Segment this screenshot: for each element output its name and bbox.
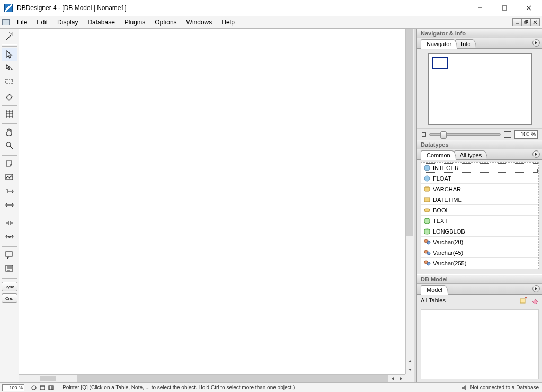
datatype-item[interactable]: Varchar(20) <box>421 237 538 247</box>
zoom-in-icon[interactable] <box>504 131 511 138</box>
datatype-item[interactable]: TEXT <box>421 216 538 226</box>
datatype-item[interactable]: DATETIME <box>421 194 538 205</box>
mini-scroll-thumb[interactable] <box>40 376 56 381</box>
scroll-corner <box>405 374 414 382</box>
zoom-out-icon[interactable] <box>422 132 426 137</box>
tool-rel-1n-a[interactable] <box>2 184 17 198</box>
svg-point-23 <box>32 386 36 390</box>
datatype-label: INTEGER <box>433 165 459 171</box>
tool-note[interactable] <box>2 157 17 171</box>
datatypes-panel-title: Datatypes <box>417 140 542 149</box>
datatype-item[interactable]: LONGBLOB <box>421 226 538 237</box>
canvas-scrollbar-horizontal[interactable] <box>19 374 405 382</box>
datatype-label: BOOL <box>433 207 449 213</box>
hscroll-thumb[interactable] <box>77 375 388 382</box>
zoom-slider-thumb[interactable] <box>440 131 447 139</box>
datatype-label: DATETIME <box>433 197 462 203</box>
sync-button[interactable]: Sync <box>2 282 17 291</box>
tool-image[interactable] <box>2 171 17 184</box>
minimize-button[interactable] <box>468 0 492 16</box>
canvas-scrollbar-vertical[interactable] <box>405 29 414 374</box>
tab-common[interactable]: Common <box>421 150 456 159</box>
tool-move[interactable] <box>2 61 17 75</box>
close-button[interactable] <box>517 0 541 16</box>
tab-navigator[interactable]: Navigator <box>421 39 457 48</box>
svg-point-10 <box>424 176 430 181</box>
tab-alltypes[interactable]: All types <box>454 150 488 159</box>
status-zoom-value[interactable]: 100 % <box>2 384 24 391</box>
navigator-minimap[interactable] <box>428 53 532 125</box>
menu-options[interactable]: Options <box>150 17 181 27</box>
datatype-item[interactable]: Varchar(45) <box>421 247 538 258</box>
scroll-left-button[interactable] <box>388 375 397 382</box>
scroll-right-button[interactable] <box>397 375 405 382</box>
tool-zoom[interactable] <box>2 139 17 153</box>
tool-sql[interactable] <box>2 262 17 275</box>
tool-palette: Sync Cre. <box>0 29 19 382</box>
dbmodel-body: All Tables <box>417 295 542 382</box>
tool-eraser[interactable] <box>2 89 17 103</box>
zoom-value[interactable]: 100 % <box>514 130 538 139</box>
datatype-label: Varchar(20) <box>433 239 463 245</box>
tool-rel-1n-b[interactable] <box>2 198 17 212</box>
tool-hand[interactable] <box>2 125 17 139</box>
tables-list[interactable] <box>421 309 539 379</box>
svg-rect-7 <box>6 252 12 256</box>
panel-rollup-icon[interactable] <box>532 150 540 158</box>
svg-rect-24 <box>40 386 45 390</box>
mdi-restore-button[interactable] <box>521 18 531 26</box>
datatype-label: Varchar(45) <box>433 250 463 256</box>
maximize-button[interactable] <box>492 0 517 16</box>
svg-rect-22 <box>520 299 525 303</box>
menu-display[interactable]: Display <box>53 17 82 27</box>
navigator-body <box>417 49 542 128</box>
scroll-down-button[interactable] <box>406 366 414 374</box>
datatype-list: INTEGER FLOAT VARCHAR DATETIME BOOL TEXT… <box>421 162 539 269</box>
datatype-item[interactable]: BOOL <box>421 205 538 216</box>
svg-rect-0 <box>502 6 507 10</box>
menu-database[interactable]: Database <box>83 17 119 27</box>
status-icons <box>31 385 55 390</box>
svg-point-4 <box>6 142 11 147</box>
menu-help[interactable]: Help <box>217 17 239 27</box>
datatype-item[interactable]: Varchar(255) <box>421 258 538 269</box>
datatype-item[interactable]: INTEGER <box>421 163 538 173</box>
menu-plugins[interactable]: Plugins <box>120 17 149 27</box>
tool-query[interactable] <box>2 248 17 262</box>
datatype-label: VARCHAR <box>433 186 461 192</box>
datatype-item[interactable]: VARCHAR <box>421 184 538 194</box>
datatype-item[interactable]: FLOAT <box>421 173 538 184</box>
zoom-slider[interactable] <box>429 133 501 136</box>
navigator-viewport[interactable] <box>432 57 448 69</box>
mdi-child-icon[interactable] <box>0 16 12 28</box>
status-icon-1[interactable] <box>31 385 38 390</box>
tool-rel-nm[interactable] <box>2 230 17 244</box>
window-titlebar: DBDesigner 4 - [DB Model | Noname1] <box>0 0 542 16</box>
menu-edit[interactable]: Edit <box>32 17 52 27</box>
design-canvas[interactable] <box>19 29 414 382</box>
scrollbar-thumb[interactable] <box>406 29 413 236</box>
side-panels: Navigator & Info Navigator Info 100 % Da… <box>417 29 542 382</box>
scroll-up-button[interactable] <box>406 357 414 366</box>
status-icon-3[interactable] <box>48 385 55 390</box>
svg-point-19 <box>427 252 430 255</box>
status-icon-2[interactable] <box>40 385 46 390</box>
new-table-icon[interactable] <box>520 297 527 304</box>
tab-info[interactable]: Info <box>455 39 476 48</box>
create-button[interactable]: Cre. <box>2 293 17 303</box>
mdi-minimize-button[interactable] <box>512 18 522 26</box>
eraser-icon[interactable] <box>531 297 539 304</box>
mdi-close-button[interactable] <box>530 18 540 26</box>
tool-magic-wand[interactable] <box>2 30 17 43</box>
tool-pointer[interactable] <box>2 48 17 61</box>
menu-file[interactable]: File <box>13 17 31 27</box>
panel-rollup-icon[interactable] <box>532 285 540 292</box>
panel-rollup-icon[interactable] <box>532 39 540 47</box>
tab-model[interactable]: Model <box>421 285 448 294</box>
svg-point-17 <box>427 241 430 244</box>
menu-windows[interactable]: Windows <box>182 17 217 27</box>
all-tables-label: All Tables <box>421 297 446 304</box>
tool-region[interactable] <box>2 75 17 89</box>
tool-rel-11[interactable] <box>2 216 17 230</box>
tool-new-table[interactable] <box>2 107 17 121</box>
